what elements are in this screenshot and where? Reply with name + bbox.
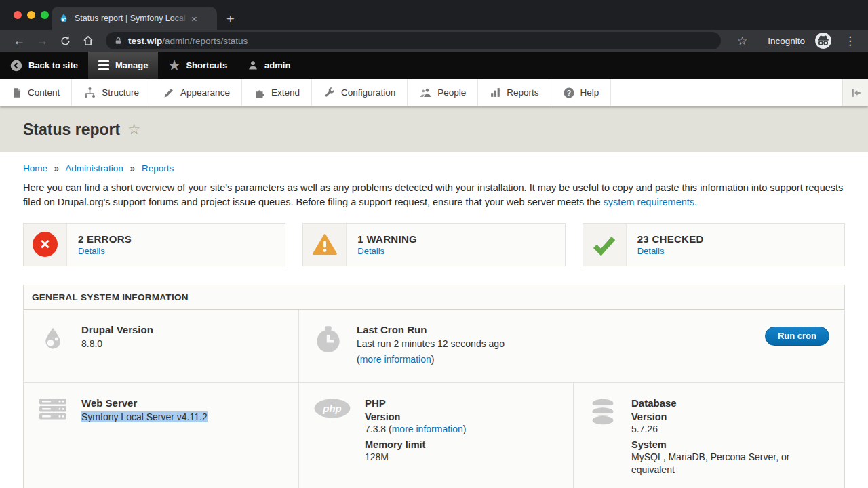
- warnings-card: 1 WARNING Details: [302, 223, 565, 266]
- back-to-site-label: Back to site: [28, 60, 78, 70]
- toolbar-orientation-toggle[interactable]: [842, 79, 868, 106]
- tab-title: Status report | Symfony Local Se: [75, 14, 189, 23]
- svg-text:php: php: [322, 403, 342, 414]
- menu-item-content[interactable]: Content: [0, 79, 72, 106]
- back-to-site-button[interactable]: Back to site: [0, 52, 88, 79]
- back-circle-icon: [10, 60, 22, 72]
- cron-more-information-link[interactable]: more information: [360, 354, 431, 365]
- main-content: Home » Administration » Reports Here you…: [0, 152, 868, 488]
- web-server-cell: Web Server Symfony Local Server v4.11.2: [24, 383, 298, 488]
- php-version-label: Version: [365, 411, 466, 422]
- checked-details-link[interactable]: Details: [637, 246, 704, 256]
- clock-icon: [315, 325, 341, 354]
- menu-item-configuration[interactable]: Configuration: [312, 79, 408, 106]
- php-more-information-link[interactable]: more information: [392, 424, 463, 434]
- menu-item-help[interactable]: ? Help: [551, 79, 612, 106]
- page-header: Status report ☆: [0, 106, 868, 152]
- collapse-left-icon: [849, 86, 863, 100]
- tab-bar: Status report | Symfony Local Se × +: [0, 0, 868, 30]
- last-cron-run-cell: Last Cron Run Last run 2 minutes 12 seco…: [298, 310, 844, 382]
- shortcuts-label: Shortcuts: [186, 60, 227, 70]
- web-server-title: Web Server: [81, 397, 208, 409]
- breadcrumb-home-link[interactable]: Home: [23, 163, 47, 174]
- bar-chart-icon: [490, 87, 501, 98]
- database-icon: [590, 399, 616, 426]
- warnings-details-link[interactable]: Details: [357, 246, 417, 256]
- breadcrumb-reports-link[interactable]: Reports: [142, 163, 174, 174]
- user-icon: [248, 60, 258, 71]
- drupal-favicon-icon: [58, 13, 69, 24]
- drupal-admin-toolbar: Back to site Manage ★ Shortcuts admin: [0, 52, 868, 79]
- database-cell: Database Version 5.7.26 System MySQL, Ma…: [573, 383, 844, 488]
- address-bar[interactable]: test.wip/admin/reports/status: [106, 32, 721, 49]
- menu-item-extend[interactable]: Extend: [242, 79, 312, 106]
- wrench-icon: [323, 87, 336, 99]
- puzzle-icon: [254, 87, 266, 99]
- forward-icon[interactable]: →: [33, 31, 52, 50]
- browser-menu-icon[interactable]: ⋮: [836, 34, 859, 48]
- manage-label: Manage: [115, 60, 148, 70]
- browser-window: Status report | Symfony Local Se × + ← →…: [0, 0, 868, 488]
- drupal-version-title: Drupal Version: [81, 324, 153, 336]
- checked-card: 23 CHECKED Details: [583, 223, 845, 266]
- new-tab-button[interactable]: +: [226, 12, 235, 26]
- menu-item-people[interactable]: People: [408, 79, 478, 106]
- system-requirements-link[interactable]: system requirements.: [604, 197, 698, 207]
- php-title: PHP: [365, 397, 466, 409]
- tab-close-icon[interactable]: ×: [191, 13, 197, 24]
- sitemap-icon: [83, 86, 96, 99]
- error-icon: ✕: [33, 232, 58, 257]
- macos-traffic-lights[interactable]: [14, 11, 49, 19]
- database-title: Database: [631, 397, 829, 409]
- user-account-button[interactable]: admin: [237, 52, 300, 79]
- menu-item-structure[interactable]: Structure: [72, 79, 151, 106]
- zoom-window-button[interactable]: [41, 11, 49, 19]
- warnings-count: 1 WARNING: [357, 233, 417, 245]
- general-system-information-panel: GENERAL SYSTEM INFORMATION Drupal Versio…: [23, 285, 845, 488]
- menu-item-reports[interactable]: Reports: [478, 79, 551, 106]
- page-title: Status report: [23, 121, 120, 139]
- back-icon[interactable]: ←: [9, 31, 28, 50]
- last-cron-run-title: Last Cron Run: [357, 324, 505, 336]
- database-version-value: 5.7.26: [631, 423, 829, 436]
- manage-button[interactable]: Manage: [88, 52, 158, 79]
- lock-icon: [114, 36, 123, 46]
- status-summary-cards: ✕ 2 ERRORS Details 1 WARNING De: [23, 223, 845, 266]
- php-cell: php PHP Version 7.3.8 (more information)…: [298, 383, 573, 488]
- drupal-version-value: 8.8.0: [81, 338, 153, 351]
- browser-toolbar: ← → test.wip/admin/reports/status ☆ Inco…: [0, 30, 868, 52]
- drupal-logo-icon: [40, 325, 66, 352]
- shortcuts-star-icon: ★: [168, 58, 180, 73]
- server-icon: [39, 399, 66, 420]
- close-window-button[interactable]: [14, 11, 22, 19]
- paintbrush-icon: [163, 87, 175, 99]
- php-memory-label: Memory limit: [365, 439, 466, 450]
- checked-count: 23 CHECKED: [637, 233, 704, 245]
- php-logo-icon: php: [314, 399, 351, 418]
- user-label: admin: [264, 60, 290, 70]
- home-icon[interactable]: [79, 31, 98, 50]
- bookmark-star-icon[interactable]: ☆: [732, 34, 753, 48]
- run-cron-button[interactable]: Run cron: [765, 327, 829, 346]
- incognito-icon: [814, 32, 832, 49]
- breadcrumb-administration-link[interactable]: Administration: [65, 163, 123, 174]
- shortcuts-button[interactable]: ★ Shortcuts: [158, 52, 237, 79]
- drupal-version-cell: Drupal Version 8.8.0: [24, 310, 298, 382]
- breadcrumb: Home » Administration » Reports: [23, 152, 845, 174]
- php-memory-value: 128M: [365, 451, 466, 464]
- database-system-value: MySQL, MariaDB, Percona Server, or equiv…: [631, 451, 829, 477]
- reload-icon[interactable]: [56, 31, 75, 50]
- errors-details-link[interactable]: Details: [78, 246, 132, 256]
- file-icon: [12, 87, 22, 99]
- database-system-label: System: [631, 439, 829, 450]
- database-version-label: Version: [631, 411, 829, 422]
- browser-tab[interactable]: Status report | Symfony Local Se ×: [52, 7, 217, 30]
- cron-status: Last run 2 minutes 12 seconds ago: [357, 338, 505, 351]
- url-host: test.wip: [128, 36, 162, 46]
- warning-icon: [311, 232, 338, 258]
- errors-count: 2 ERRORS: [78, 233, 132, 245]
- url-path: /admin/reports/status: [162, 36, 248, 46]
- favorite-star-icon[interactable]: ☆: [127, 121, 140, 138]
- minimize-window-button[interactable]: [27, 11, 35, 19]
- menu-item-appearance[interactable]: Appearance: [151, 79, 242, 106]
